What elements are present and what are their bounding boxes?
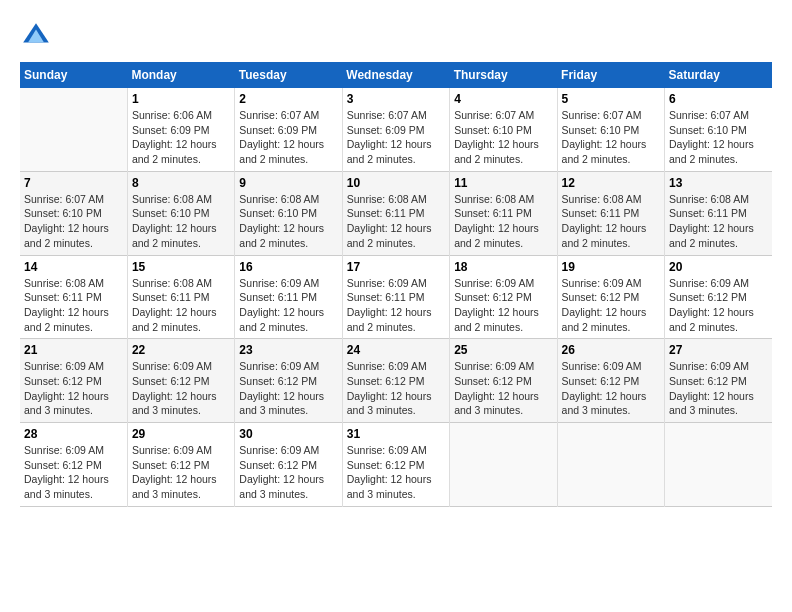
- day-info: Sunrise: 6:09 AM Sunset: 6:12 PM Dayligh…: [562, 359, 660, 418]
- day-info: Sunrise: 6:09 AM Sunset: 6:12 PM Dayligh…: [239, 443, 337, 502]
- calendar-cell: 8Sunrise: 6:08 AM Sunset: 6:10 PM Daylig…: [127, 171, 234, 255]
- calendar-cell: 3Sunrise: 6:07 AM Sunset: 6:09 PM Daylig…: [342, 88, 449, 171]
- column-header-thursday: Thursday: [450, 62, 557, 88]
- day-info: Sunrise: 6:09 AM Sunset: 6:12 PM Dayligh…: [454, 276, 552, 335]
- calendar-week-row: 14Sunrise: 6:08 AM Sunset: 6:11 PM Dayli…: [20, 255, 772, 339]
- day-number: 19: [562, 260, 660, 274]
- calendar-cell: [450, 423, 557, 507]
- day-info: Sunrise: 6:08 AM Sunset: 6:11 PM Dayligh…: [24, 276, 123, 335]
- calendar-cell: 12Sunrise: 6:08 AM Sunset: 6:11 PM Dayli…: [557, 171, 664, 255]
- day-info: Sunrise: 6:09 AM Sunset: 6:12 PM Dayligh…: [132, 359, 230, 418]
- day-number: 13: [669, 176, 768, 190]
- calendar-table: SundayMondayTuesdayWednesdayThursdayFrid…: [20, 62, 772, 507]
- day-number: 7: [24, 176, 123, 190]
- day-number: 31: [347, 427, 445, 441]
- day-number: 15: [132, 260, 230, 274]
- day-number: 18: [454, 260, 552, 274]
- day-number: 9: [239, 176, 337, 190]
- calendar-cell: 28Sunrise: 6:09 AM Sunset: 6:12 PM Dayli…: [20, 423, 127, 507]
- column-header-tuesday: Tuesday: [235, 62, 342, 88]
- calendar-cell: 25Sunrise: 6:09 AM Sunset: 6:12 PM Dayli…: [450, 339, 557, 423]
- day-number: 26: [562, 343, 660, 357]
- day-number: 30: [239, 427, 337, 441]
- calendar-cell: 23Sunrise: 6:09 AM Sunset: 6:12 PM Dayli…: [235, 339, 342, 423]
- day-info: Sunrise: 6:09 AM Sunset: 6:12 PM Dayligh…: [347, 359, 445, 418]
- day-info: Sunrise: 6:09 AM Sunset: 6:12 PM Dayligh…: [347, 443, 445, 502]
- day-info: Sunrise: 6:09 AM Sunset: 6:12 PM Dayligh…: [454, 359, 552, 418]
- column-header-saturday: Saturday: [665, 62, 772, 88]
- calendar-cell: 6Sunrise: 6:07 AM Sunset: 6:10 PM Daylig…: [665, 88, 772, 171]
- calendar-cell: [665, 423, 772, 507]
- calendar-cell: 5Sunrise: 6:07 AM Sunset: 6:10 PM Daylig…: [557, 88, 664, 171]
- calendar-cell: 15Sunrise: 6:08 AM Sunset: 6:11 PM Dayli…: [127, 255, 234, 339]
- day-info: Sunrise: 6:07 AM Sunset: 6:09 PM Dayligh…: [239, 108, 337, 167]
- column-header-friday: Friday: [557, 62, 664, 88]
- calendar-cell: 1Sunrise: 6:06 AM Sunset: 6:09 PM Daylig…: [127, 88, 234, 171]
- calendar-header: SundayMondayTuesdayWednesdayThursdayFrid…: [20, 62, 772, 88]
- logo-icon: [20, 20, 52, 52]
- day-number: 22: [132, 343, 230, 357]
- column-header-sunday: Sunday: [20, 62, 127, 88]
- calendar-cell: [20, 88, 127, 171]
- day-number: 16: [239, 260, 337, 274]
- calendar-cell: 20Sunrise: 6:09 AM Sunset: 6:12 PM Dayli…: [665, 255, 772, 339]
- calendar-cell: 31Sunrise: 6:09 AM Sunset: 6:12 PM Dayli…: [342, 423, 449, 507]
- page-header: [20, 20, 772, 52]
- day-number: 10: [347, 176, 445, 190]
- calendar-week-row: 7Sunrise: 6:07 AM Sunset: 6:10 PM Daylig…: [20, 171, 772, 255]
- day-number: 8: [132, 176, 230, 190]
- day-number: 1: [132, 92, 230, 106]
- calendar-cell: 14Sunrise: 6:08 AM Sunset: 6:11 PM Dayli…: [20, 255, 127, 339]
- logo: [20, 20, 56, 52]
- day-info: Sunrise: 6:07 AM Sunset: 6:10 PM Dayligh…: [669, 108, 768, 167]
- day-info: Sunrise: 6:08 AM Sunset: 6:11 PM Dayligh…: [669, 192, 768, 251]
- calendar-cell: 9Sunrise: 6:08 AM Sunset: 6:10 PM Daylig…: [235, 171, 342, 255]
- day-info: Sunrise: 6:09 AM Sunset: 6:11 PM Dayligh…: [347, 276, 445, 335]
- calendar-cell: 21Sunrise: 6:09 AM Sunset: 6:12 PM Dayli…: [20, 339, 127, 423]
- day-info: Sunrise: 6:09 AM Sunset: 6:12 PM Dayligh…: [669, 359, 768, 418]
- day-info: Sunrise: 6:09 AM Sunset: 6:12 PM Dayligh…: [562, 276, 660, 335]
- day-number: 11: [454, 176, 552, 190]
- calendar-cell: 16Sunrise: 6:09 AM Sunset: 6:11 PM Dayli…: [235, 255, 342, 339]
- calendar-cell: 24Sunrise: 6:09 AM Sunset: 6:12 PM Dayli…: [342, 339, 449, 423]
- day-info: Sunrise: 6:07 AM Sunset: 6:10 PM Dayligh…: [24, 192, 123, 251]
- day-info: Sunrise: 6:09 AM Sunset: 6:12 PM Dayligh…: [24, 359, 123, 418]
- day-number: 24: [347, 343, 445, 357]
- day-number: 27: [669, 343, 768, 357]
- day-number: 20: [669, 260, 768, 274]
- calendar-week-row: 28Sunrise: 6:09 AM Sunset: 6:12 PM Dayli…: [20, 423, 772, 507]
- day-info: Sunrise: 6:09 AM Sunset: 6:12 PM Dayligh…: [24, 443, 123, 502]
- calendar-cell: [557, 423, 664, 507]
- calendar-cell: 22Sunrise: 6:09 AM Sunset: 6:12 PM Dayli…: [127, 339, 234, 423]
- header-row: SundayMondayTuesdayWednesdayThursdayFrid…: [20, 62, 772, 88]
- day-info: Sunrise: 6:07 AM Sunset: 6:09 PM Dayligh…: [347, 108, 445, 167]
- day-info: Sunrise: 6:06 AM Sunset: 6:09 PM Dayligh…: [132, 108, 230, 167]
- calendar-cell: 13Sunrise: 6:08 AM Sunset: 6:11 PM Dayli…: [665, 171, 772, 255]
- column-header-wednesday: Wednesday: [342, 62, 449, 88]
- day-number: 28: [24, 427, 123, 441]
- day-number: 21: [24, 343, 123, 357]
- calendar-cell: 10Sunrise: 6:08 AM Sunset: 6:11 PM Dayli…: [342, 171, 449, 255]
- day-number: 6: [669, 92, 768, 106]
- calendar-cell: 26Sunrise: 6:09 AM Sunset: 6:12 PM Dayli…: [557, 339, 664, 423]
- day-info: Sunrise: 6:07 AM Sunset: 6:10 PM Dayligh…: [562, 108, 660, 167]
- calendar-week-row: 21Sunrise: 6:09 AM Sunset: 6:12 PM Dayli…: [20, 339, 772, 423]
- day-number: 2: [239, 92, 337, 106]
- day-info: Sunrise: 6:09 AM Sunset: 6:12 PM Dayligh…: [669, 276, 768, 335]
- day-info: Sunrise: 6:09 AM Sunset: 6:11 PM Dayligh…: [239, 276, 337, 335]
- calendar-cell: 18Sunrise: 6:09 AM Sunset: 6:12 PM Dayli…: [450, 255, 557, 339]
- day-number: 4: [454, 92, 552, 106]
- calendar-cell: 7Sunrise: 6:07 AM Sunset: 6:10 PM Daylig…: [20, 171, 127, 255]
- column-header-monday: Monday: [127, 62, 234, 88]
- calendar-body: 1Sunrise: 6:06 AM Sunset: 6:09 PM Daylig…: [20, 88, 772, 506]
- day-info: Sunrise: 6:09 AM Sunset: 6:12 PM Dayligh…: [239, 359, 337, 418]
- day-number: 5: [562, 92, 660, 106]
- calendar-cell: 27Sunrise: 6:09 AM Sunset: 6:12 PM Dayli…: [665, 339, 772, 423]
- day-info: Sunrise: 6:08 AM Sunset: 6:11 PM Dayligh…: [132, 276, 230, 335]
- day-info: Sunrise: 6:09 AM Sunset: 6:12 PM Dayligh…: [132, 443, 230, 502]
- day-info: Sunrise: 6:08 AM Sunset: 6:10 PM Dayligh…: [239, 192, 337, 251]
- day-number: 17: [347, 260, 445, 274]
- day-number: 23: [239, 343, 337, 357]
- day-info: Sunrise: 6:08 AM Sunset: 6:11 PM Dayligh…: [562, 192, 660, 251]
- day-number: 29: [132, 427, 230, 441]
